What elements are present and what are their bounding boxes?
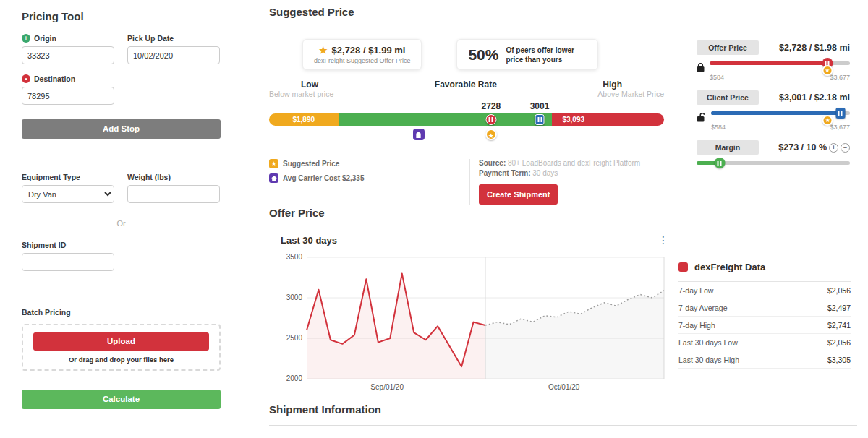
margin-slider[interactable] <box>697 161 850 165</box>
equipment-type-label: Equipment Type <box>22 173 114 181</box>
shipment-id-field-group: Shipment ID <box>22 241 221 271</box>
upload-button[interactable]: Upload <box>33 332 209 351</box>
lock-closed-icon[interactable] <box>697 62 705 75</box>
avg-carrier-cost-icon <box>413 129 425 140</box>
margin-value: $273 / 10 % <box>778 142 827 153</box>
weight-field-group: Weight (lbs) <box>127 173 220 203</box>
weight-label: Weight (lbs) <box>127 173 220 181</box>
gauge-legend: ★ Suggested Price Avg Carrier Cost $2,33… <box>269 159 469 188</box>
destination-input[interactable] <box>22 87 114 105</box>
dexfreight-data-panel: dexFreight Data 7-day Low $2,056 7-day A… <box>678 262 851 369</box>
stats-panel-title: dexFreight Data <box>694 262 765 272</box>
stat-row: 7-day Average $2,497 <box>678 299 851 317</box>
client-slider-handle[interactable] <box>835 108 845 119</box>
main-content: Suggested Price ★ $2,728 / $1.99 mi dexF… <box>247 0 868 438</box>
shipment-id-label: Shipment ID <box>22 241 221 249</box>
series-color-swatch <box>678 262 688 272</box>
batch-pricing-label: Batch Pricing <box>22 308 221 317</box>
peers-card: 50% Of peers offer lower price than your… <box>456 39 598 70</box>
gauge-legend-source: ★ Suggested Price Avg Carrier Cost $2,33… <box>269 159 640 205</box>
offer-price-control: Offer Price $2,728 / $1.98 mi ★ <box>697 40 850 81</box>
client-marker-value: 3001 <box>530 101 550 111</box>
kebab-menu-icon[interactable]: ⋮ <box>655 234 671 246</box>
suggested-offer-card: ★ $2,728 / $1.99 mi dexFreight Suggested… <box>302 39 422 70</box>
offer-price-slider[interactable]: ★ <box>710 61 850 65</box>
suggested-offer-caption: dexFreight Suggested Offer Price <box>314 57 410 64</box>
weight-input[interactable] <box>127 185 220 203</box>
destination-field-group: ● Destination <box>22 74 221 105</box>
add-stop-button[interactable]: Add Stop <box>22 119 221 139</box>
client-slider-fill <box>711 111 841 115</box>
offer-price-heading: Offer Price <box>269 207 325 219</box>
margin-decrease-button[interactable]: − <box>841 143 850 153</box>
gauge-mid-label: Favorable Rate <box>435 80 497 90</box>
svg-text:3500: 3500 <box>286 253 303 261</box>
equipment-type-select[interactable]: Dry Van <box>22 185 114 203</box>
svg-text:Oct/01/20: Oct/01/20 <box>548 383 580 391</box>
destination-pin-icon: ● <box>22 74 30 83</box>
stat-row: Last 30 days High $3,305 <box>678 351 851 369</box>
svg-text:2500: 2500 <box>286 334 303 342</box>
pickup-field-group: Pick Up Date <box>127 34 220 64</box>
equipment-field-group: Equipment Type Dry Van <box>22 173 114 203</box>
offer-price-marker <box>485 114 496 125</box>
offer-slider-max: $3,677 <box>830 74 850 81</box>
client-price-control: Client Price $3,001 / $2.18 mi ★ <box>697 90 850 131</box>
origin-pin-icon: + <box>22 34 30 43</box>
market-rate-gauge: Low Below market price Favorable Rate Hi… <box>269 80 664 146</box>
pickup-date-input[interactable] <box>127 46 220 64</box>
margin-increase-button[interactable]: + <box>829 143 838 153</box>
file-dropzone[interactable]: Upload Or drag and drop your files here <box>22 324 221 371</box>
legend-avg-carrier-cost: Avg Carrier Cost $2,335 <box>269 173 469 183</box>
star-icon: ★ <box>319 45 328 56</box>
svg-text:3000: 3000 <box>286 293 303 301</box>
client-price-slider[interactable]: ★ <box>711 111 850 115</box>
gauge-low-segment: $1,890 <box>269 113 339 126</box>
gauge-low-labels: Low Below market price <box>269 80 333 98</box>
origin-field-group: + Origin <box>22 34 114 64</box>
price-history-chart: 2000250030003500Sep/01/20Oct/01/20 <box>281 249 671 395</box>
stat-row: 7-day Low $2,056 <box>678 282 851 299</box>
pickup-date-label: Pick Up Date <box>127 34 220 43</box>
svg-text:2000: 2000 <box>286 374 303 382</box>
source-label: Source: <box>479 159 506 167</box>
create-shipment-button[interactable]: Create Shipment <box>479 184 558 205</box>
stat-row: 7-day High $2,741 <box>678 317 851 334</box>
lock-open-icon[interactable] <box>697 112 706 125</box>
calculate-button[interactable]: Calculate <box>22 390 221 409</box>
peers-caption: Of peers offer lower price than yours <box>506 46 587 64</box>
dropzone-hint: Or drag and drop your files here <box>33 356 209 364</box>
star-icon: ★ <box>269 159 278 168</box>
shipment-information-heading: Shipment Information <box>269 403 381 416</box>
client-slider-min: $584 <box>711 124 726 131</box>
divider <box>22 158 221 158</box>
origin-label: + Origin <box>22 34 114 43</box>
pricing-tool-app: Pricing Tool + Origin Pick Up Date ● Des… <box>0 0 868 438</box>
legend-suggested-price: ★ Suggested Price <box>269 159 469 168</box>
svg-text:Sep/01/20: Sep/01/20 <box>370 383 404 391</box>
client-price-chip: Client Price <box>697 90 759 105</box>
divider <box>22 293 221 293</box>
shipment-id-input[interactable] <box>22 253 114 271</box>
chart-title: Last 30 days <box>281 235 337 246</box>
margin-control: Margin $273 / 10 % + − <box>697 140 850 165</box>
source-value: 80+ LoadBoards and dexFreight Platform <box>508 159 640 167</box>
suggested-offer-price: $2,728 / $1.99 mi <box>332 45 406 56</box>
margin-slider-handle[interactable] <box>714 158 725 168</box>
gauge-high-labels: High Above Market Price <box>597 80 664 98</box>
pricing-sidebar: Pricing Tool + Origin Pick Up Date ● Des… <box>0 0 247 438</box>
suggested-marker-icon: ★ <box>822 115 833 126</box>
offer-marker-value: 2728 <box>481 101 501 111</box>
offer-price-value: $2,728 / $1.98 mi <box>779 43 850 53</box>
suggested-price-star-icon: ★ <box>485 129 497 140</box>
client-price-value: $3,001 / $2.18 mi <box>779 93 850 103</box>
or-divider-text: Or <box>22 219 221 228</box>
offer-slider-min: $584 <box>710 74 724 81</box>
rate-gauge-bar: $1,890 $3,093 <box>269 113 664 126</box>
summary-cards: ★ $2,728 / $1.99 mi dexFreight Suggested… <box>302 39 598 70</box>
origin-input[interactable] <box>22 46 114 64</box>
offer-price-chart-card: Last 30 days ⋮ 2000250030003500Sep/01/20… <box>281 234 671 398</box>
gauge-favorable-segment <box>339 113 553 126</box>
divider <box>269 425 857 426</box>
payment-term-value: 30 days <box>532 169 558 177</box>
